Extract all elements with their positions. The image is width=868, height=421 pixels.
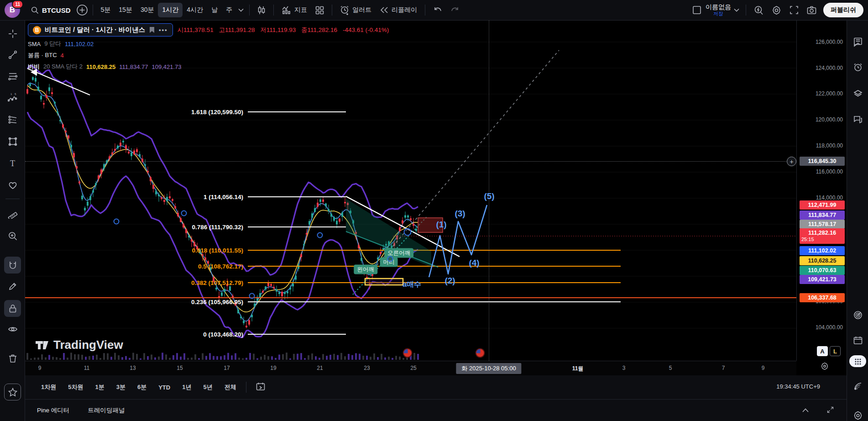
time-axis[interactable]: 화 2025-10-28 05:00 9111315171921232511월3… [25,361,796,375]
symbol-legend-pill[interactable]: B 비트코인 / 달러 · 1시간 · 바이낸스 ••• [28,23,173,37]
pattern-label[interactable]: 왼어깨 [354,265,377,274]
fib-level-label[interactable]: 1.618 (120,599.50) [152,109,243,116]
range-YTD[interactable]: YTD [154,381,175,394]
range-1분[interactable]: 1분 [90,380,109,394]
fib-level-label[interactable]: 0.236 (105,966.95) [152,299,243,305]
signal-ring-marker[interactable] [404,228,412,236]
range-1년[interactable]: 1년 [178,380,196,394]
elliott-wave-label[interactable]: (1) [436,220,446,230]
tab-trading-panel[interactable]: 트레이딩패널 [81,403,131,418]
replay-button[interactable]: 리플레이 [376,3,421,17]
redo-button[interactable] [446,3,464,17]
more-options-icon[interactable]: ••• [159,26,168,33]
quick-search-button[interactable] [750,3,768,17]
layout-grid-button[interactable] [311,3,328,17]
tool-magnet-icon[interactable] [4,257,21,274]
signal-ring-marker[interactable] [387,256,393,262]
tool-pitchfork-icon[interactable] [4,111,21,128]
tool-ruler-icon[interactable] [4,205,21,222]
sidebar-layers-icon[interactable] [849,85,866,102]
timeframe-주[interactable]: 주 [222,3,236,17]
tool-star-icon[interactable] [4,384,21,400]
price-scale-settings-gear-icon[interactable] [821,362,829,372]
fib-level-label[interactable]: 0.5 (108,762.17) [152,263,243,270]
chart-style-button[interactable] [253,3,270,17]
layout-name-menu[interactable]: 이름없음 저장 [706,4,731,16]
sidebar-ideas-target-icon[interactable] [849,306,866,323]
snapshot-button[interactable] [803,3,821,17]
layout-dropdown[interactable] [731,3,742,17]
range-1차원[interactable]: 1차원 [37,380,61,394]
compare-add-button[interactable] [75,3,89,17]
sidebar-alert-clock-icon[interactable] [849,59,866,76]
timeframe-1시간[interactable]: 1시간 [158,3,183,17]
tool-pencil-icon[interactable] [4,278,21,295]
tool-eye-icon[interactable] [4,321,21,337]
tool-lock-icon[interactable] [4,300,21,317]
log-scale-button[interactable]: L [830,346,841,356]
price-axis[interactable]: + A L 126,000.00124,000.00122,000.00120,… [796,21,847,361]
timeframe-30분[interactable]: 30분 [136,3,158,17]
settings-button[interactable] [768,3,785,17]
economic-event-flag-icon[interactable] [476,348,485,358]
tool-crosshair-icon[interactable] [4,25,21,42]
tool-emoji-heart-icon[interactable] [4,177,21,194]
price-chart-canvas[interactable] [25,21,796,361]
publish-button[interactable]: 퍼블리쉬 [823,3,863,17]
timeframe-dropdown[interactable] [236,3,246,17]
sidebar-signal-icon[interactable] [849,378,866,395]
user-avatar[interactable]: B 11 [5,2,20,18]
server-clock[interactable]: 19:34:45 UTC+9 [776,383,820,390]
tool-elliott-wave-icon[interactable]: 15 [4,89,21,106]
fib-level-label[interactable]: 0.382 (107,512.79) [152,279,243,286]
add-alert-plus-icon[interactable]: + [787,157,796,166]
signal-ring-marker[interactable] [114,219,120,225]
panel-expand-button[interactable] [821,403,840,418]
auto-scale-button[interactable]: A [817,346,828,356]
alert-button[interactable]: 얼러트 [336,3,376,17]
timeframe-15분[interactable]: 15분 [115,3,136,17]
fib-level-label[interactable]: 0.786 (111,790.32) [152,224,243,231]
save-layout-checkbox[interactable] [688,3,706,17]
tool-zoom-in-icon[interactable] [4,227,21,244]
signal-ring-marker[interactable] [249,293,255,299]
sidebar-watchlist-icon[interactable] [849,33,866,50]
signal-ring-marker[interactable] [181,210,187,216]
sidebar-gear-icon[interactable] [849,407,866,421]
timeframe-5분[interactable]: 5분 [97,3,115,17]
indicator-row-bb[interactable]: 비비 20 SMA 닫다 2 110,628.25 111,834.77 109… [28,63,389,71]
elliott-wave-label[interactable]: (3) [455,209,465,219]
indicator-row-sma[interactable]: SMA 9 닫다 111,102.02 [28,40,389,48]
chart-area[interactable]: B 비트코인 / 달러 · 1시간 · 바이낸스 ••• 시111,378.51… [25,21,796,361]
economic-event-flag-icon[interactable] [403,348,413,358]
timeframe-날[interactable]: 날 [207,3,222,17]
tool-text-icon[interactable]: T [4,155,21,172]
fib-level-label[interactable]: 1 (114,056.14) [152,194,243,200]
buy-annotation[interactable]: a매수 [403,280,421,289]
range-3분[interactable]: 3분 [112,380,130,394]
fib-level-label[interactable]: 0 (103,468.20) [152,331,243,338]
tool-trash-icon[interactable] [4,350,21,367]
elliott-wave-label[interactable]: (2) [444,276,455,286]
fib-level-label[interactable]: 0.618 (110,011.55) [152,247,243,254]
tool-horizontal-lines-icon[interactable] [4,68,21,84]
elliott-wave-label[interactable]: (4) [469,258,479,268]
sidebar-chat-icon[interactable] [849,111,866,128]
signal-ring-marker[interactable] [317,232,323,238]
symbol-search[interactable]: BTCUSD [26,3,75,17]
go-to-date-button[interactable] [251,379,270,395]
panel-collapse-button[interactable] [796,403,815,417]
sidebar-apps-grid-icon[interactable] [849,355,866,367]
tool-rectangle-icon[interactable] [4,133,21,150]
fullscreen-button[interactable] [785,3,803,17]
sidebar-calendar-icon[interactable] [849,332,866,349]
flag-icon[interactable] [149,26,155,33]
tool-trend-line-icon[interactable] [4,46,21,63]
range-5년[interactable]: 5년 [199,380,217,394]
tab-pine-editor[interactable]: Pine 에디터 [31,403,76,418]
elliott-wave-label[interactable]: (5) [484,191,494,201]
indicators-button[interactable]: 지표 [277,3,311,17]
undo-button[interactable] [429,3,446,17]
indicator-row-volume[interactable]: 볼륨 · BTC 4 [28,51,389,59]
timeframe-4시간[interactable]: 4시간 [183,3,207,17]
